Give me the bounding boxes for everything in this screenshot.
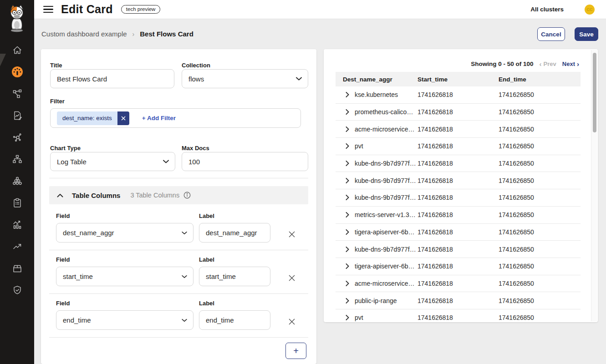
divider (49, 293, 308, 294)
cancel-button[interactable]: Cancel (537, 27, 565, 41)
table-row[interactable]: prometheus-calico… 1741626818 1741626850 (336, 104, 581, 121)
sidebar-item-threat-trends[interactable] (0, 236, 34, 258)
chart-type-select[interactable]: Log Table (50, 152, 175, 171)
sidebar-item-network-sets[interactable] (0, 148, 34, 170)
hamburger-menu-icon[interactable] (43, 6, 53, 13)
chart-type-label: Chart Type (50, 145, 81, 152)
row-expand-chevron-icon[interactable] (346, 161, 349, 166)
next-page-button[interactable]: Next › (562, 61, 579, 67)
chevron-up-icon[interactable] (57, 193, 63, 197)
cell-start-time: 1741626818 (418, 280, 453, 287)
field-label: Field (56, 256, 70, 263)
table-row[interactable]: pvt 1741626818 1741626850 (336, 309, 581, 322)
sidebar-item-service-graph[interactable] (0, 126, 34, 148)
column-field-select[interactable]: start_time (56, 267, 194, 286)
cell-start-time: 1741626818 (418, 142, 453, 150)
sidebar-item-image-assurance[interactable] (0, 258, 34, 279)
cell-dest-name: kube-dns-9b7d977f… (355, 177, 416, 184)
cell-dest-name: pvt (355, 142, 363, 150)
remove-column-icon[interactable] (286, 272, 298, 284)
sidebar-item-dashboards[interactable] (0, 61, 34, 83)
section-title: Table Columns (72, 192, 120, 199)
column-field-select[interactable]: end_time (56, 310, 194, 330)
row-expand-chevron-icon[interactable] (346, 229, 349, 235)
scrollbar-thumb[interactable] (593, 53, 596, 132)
table-row[interactable]: acme-microservice… 1741626818 1741626850 (336, 121, 581, 138)
chevron-right-icon: › (577, 61, 579, 67)
table-row[interactable]: kube-dns-9b7d977f… 1741626818 1741626850 (336, 155, 581, 172)
table-row[interactable]: tigera-apiserver-6b… 1741626818 17416268… (336, 258, 581, 275)
collection-select[interactable]: flows (182, 69, 308, 88)
column-label-input[interactable]: dest_name_aggr (199, 223, 270, 243)
row-expand-chevron-icon[interactable] (346, 178, 349, 183)
breadcrumb-parent-link[interactable]: Custom dashboard example (41, 30, 127, 38)
cell-end-time: 1741626850 (499, 91, 534, 98)
table-row[interactable]: public-ip-range 1741626818 1741626850 (336, 292, 581, 309)
cell-dest-name: tigera-apiserver-6b… (355, 228, 415, 236)
cell-dest-name: acme-microservice… (355, 126, 414, 133)
table-row[interactable]: kse.kubernetes 1741626818 1741626850 (336, 86, 581, 104)
cell-dest-name: metrics-server-v1.3… (355, 211, 416, 218)
table-row[interactable]: kube-dns-9b7d977f… 1741626818 1741626850 (336, 241, 581, 258)
row-expand-chevron-icon[interactable] (346, 195, 349, 200)
sidebar-item-home[interactable] (0, 39, 34, 61)
title-input[interactable]: Best Flows Card (50, 69, 174, 88)
table-row[interactable]: pvt 1741626818 1741626850 (336, 138, 581, 155)
row-expand-chevron-icon[interactable] (346, 263, 349, 269)
add-filter-link[interactable]: + Add Filter (142, 115, 176, 121)
max-docs-label: Max Docs (182, 145, 209, 152)
chevron-down-icon (182, 318, 187, 322)
remove-column-icon[interactable] (286, 228, 298, 240)
sidebar-item-log-stats[interactable] (0, 214, 34, 236)
table-columns-section-header[interactable]: Table Columns 3 Table Columns (49, 186, 308, 204)
stats-chart-icon (12, 219, 23, 230)
column-field-select[interactable]: dest_name_aggr (56, 223, 194, 243)
cluster-selector[interactable]: All clusters (530, 6, 564, 13)
scrollbar-track[interactable] (591, 50, 597, 321)
filter-chip-text: dest_name: exists (57, 111, 117, 125)
sidebar-item-policies[interactable] (0, 105, 34, 126)
trending-arrow-icon (12, 241, 23, 252)
row-expand-chevron-icon[interactable] (346, 247, 349, 252)
sidebar-item-security[interactable] (0, 279, 34, 301)
row-expand-chevron-icon[interactable] (346, 109, 349, 115)
calico-cat-logo[interactable] (5, 4, 29, 33)
sidebar-item-network-topology[interactable] (0, 83, 34, 105)
row-expand-chevron-icon[interactable] (346, 298, 349, 303)
card-preview-panel: Showing 0 - 50 of 100 ‹ Prev Next › Dest… (324, 49, 598, 322)
cell-end-time: 1741626850 (499, 280, 534, 287)
cell-start-time: 1741626818 (418, 194, 453, 201)
row-expand-chevron-icon[interactable] (346, 126, 349, 132)
row-expand-chevron-icon[interactable] (346, 143, 349, 149)
cell-start-time: 1741626818 (418, 108, 453, 116)
chevron-down-icon (296, 77, 302, 81)
save-button[interactable]: Save (575, 27, 598, 41)
collection-label: Collection (182, 62, 210, 69)
filter-chip-remove-icon[interactable] (117, 111, 129, 125)
filter-chip: dest_name: exists (57, 111, 129, 125)
info-icon[interactable] (183, 192, 191, 199)
sidebar-item-compliance-reports[interactable] (0, 192, 34, 214)
table-row[interactable]: kube-dns-9b7d977f… 1741626818 1741626850 (336, 172, 581, 189)
row-expand-chevron-icon[interactable] (346, 281, 349, 286)
add-column-button[interactable]: + (285, 343, 306, 359)
sidebar-item-nodes[interactable] (0, 170, 34, 192)
cell-start-time: 1741626818 (418, 246, 453, 253)
row-expand-chevron-icon[interactable] (346, 315, 349, 320)
divider (49, 178, 308, 178)
row-expand-chevron-icon[interactable] (346, 92, 349, 97)
remove-column-icon[interactable] (286, 316, 298, 328)
table-row[interactable]: acme-microservice… 1741626818 1741626850 (336, 275, 581, 293)
column-label-input[interactable]: end_time (199, 310, 270, 330)
cell-dest-name: public-ip-range (355, 297, 397, 304)
filter-input[interactable]: dest_name: exists + Add Filter (50, 108, 301, 128)
cell-end-time: 1741626850 (499, 160, 534, 167)
table-row[interactable]: tigera-apiserver-6b… 1741626818 17416268… (336, 224, 581, 241)
column-label-input[interactable]: start_time (199, 267, 270, 286)
avatar[interactable]: CC (585, 5, 595, 15)
table-row[interactable]: kube-dns-9b7d977f… 1741626818 1741626850 (336, 189, 581, 207)
prev-page-button[interactable]: ‹ Prev (540, 61, 556, 67)
table-row[interactable]: metrics-server-v1.3… 1741626818 17416268… (336, 207, 581, 224)
row-expand-chevron-icon[interactable] (346, 212, 349, 217)
max-docs-input[interactable]: 100 (182, 152, 308, 171)
